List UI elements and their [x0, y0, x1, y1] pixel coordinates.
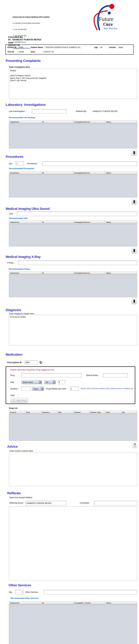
lab-investigation-label: Lab Investingation : — [9, 110, 26, 112]
col-id: ID — [41, 172, 73, 175]
other-services-qty-label: Qty : — [9, 591, 13, 593]
advice-textarea[interactable] — [9, 452, 137, 486]
special-notes-input[interactable] — [103, 373, 128, 377]
procedures-row: Qty : Procedures : — [9, 161, 137, 166]
svg-text:c: c — [134, 152, 134, 154]
chevron-down-icon: ▼ — [39, 380, 42, 384]
drug-list-delete-button[interactable] — [132, 442, 137, 448]
col-duration-type: Duration Type — [89, 411, 105, 414]
recommended-lab-testings-link[interactable]: Recommended Lab Testings — [9, 116, 35, 119]
consulted-by-label: Consulted By : — [8, 36, 25, 38]
duration-unit-value: Day/s — [32, 388, 41, 390]
logo-blue-dot — [108, 12, 111, 14]
uss-table-header: Department ID Investigation/Service Stat… — [9, 221, 137, 224]
refferal-list-box — [9, 506, 137, 580]
procedures-input[interactable] — [42, 161, 137, 166]
col-id: ID — [41, 272, 73, 275]
heart-icon: ♥ — [106, 23, 108, 26]
plus-circle-icon: + — [12, 399, 16, 402]
other-services-table-header: Department ID Investigation / Service St… — [9, 602, 137, 605]
lab-table-body — [9, 124, 137, 148]
other-services-row: Qty : Other Services : — [9, 590, 137, 595]
duration-label: Duration : — [10, 388, 19, 390]
consultant-input[interactable] — [94, 501, 137, 506]
lab-investigation-input[interactable] — [32, 109, 67, 114]
procedures-table-body — [9, 175, 137, 197]
company-title: Future Care by Future Holdings (Pty) Lim… — [13, 16, 49, 18]
logo-word-future: Future — [99, 16, 114, 22]
per-meal-label: Drugs/Tablets per meal : — [46, 388, 67, 390]
col-note: Note — [105, 411, 121, 414]
procedures-delete-button[interactable]: c — [132, 198, 137, 205]
recommended-procedures-link[interactable]: Recommended Procedures — [9, 167, 34, 170]
consultation-page: Future Care by Future Holdings (Pty) Lim… — [0, 0, 139, 644]
trash-icon: c — [133, 200, 136, 203]
procedures-qty-label: Qty : — [9, 162, 13, 165]
col-investigation-service: Investigation / Service — [73, 602, 105, 605]
recommended-xrays-link[interactable]: Recommended X-Rays — [9, 268, 30, 270]
visit-id-field: Visit ID : 14386 — [8, 51, 24, 53]
frequency-select[interactable]: OD ▼ — [44, 380, 56, 384]
add-drug-panel: Please select the Drug from Drug suggess… — [6, 366, 135, 404]
patient-name-field: Patient Name : TRISTAN JOSEPH PHILIP JUM… — [31, 46, 82, 48]
lab-table-header: Department ID Investigation/Service Stat… — [9, 120, 137, 124]
col-investigation-service: Investigation/Service — [73, 172, 105, 175]
col-status: Status — [105, 272, 137, 275]
refferals-sublabel: Select the needed Refferal — [9, 496, 32, 498]
uss-input[interactable] — [17, 212, 137, 216]
uss-table-body — [9, 224, 137, 246]
company-phone-1: T: +24 82 593 593 — [13, 28, 49, 30]
col-department: Department — [9, 221, 41, 224]
col-drug: Drug — [25, 411, 41, 414]
referred-by-label: Reffered By : — [76, 110, 87, 112]
other-services-qty-input[interactable] — [15, 590, 24, 594]
lab-delete-button[interactable]: c — [132, 150, 137, 156]
patient-gender-field: Gender : Male — [109, 46, 123, 48]
xray-heading: Medical Imaging X-Ray — [6, 255, 40, 259]
logo-red-dot — [109, 4, 114, 9]
refresh-icon[interactable]: ↻ — [39, 361, 42, 364]
referring-doctor-input[interactable] — [26, 501, 66, 506]
col-qty: Qty — [121, 411, 137, 414]
col-id: ID — [41, 602, 73, 605]
recommended-uss-link[interactable]: Recommended USS — [9, 217, 28, 219]
uss-row: USS : — [9, 212, 137, 216]
trash-icon: c — [133, 300, 136, 303]
company-address: Le Chainter,Victoria,Mahe,Seychelles — [13, 22, 49, 24]
other-services-table: Department ID Investigation / Service St… — [9, 601, 137, 644]
recommended-other-services-link[interactable]: Recommended Other Services — [10, 597, 39, 599]
procedures-heading: Procedures — [6, 155, 23, 159]
complaints-textarea[interactable]: Review Urine Full Report- Normal Hep B, … — [9, 69, 137, 99]
trash-icon: c — [133, 151, 136, 154]
prescription-id-input[interactable] — [25, 360, 37, 364]
col-status: Status — [105, 602, 137, 605]
meal-time-select[interactable]: Before Meal ▼ — [21, 380, 42, 384]
svg-text:c: c — [134, 301, 134, 302]
per-meal-input[interactable] — [70, 387, 78, 391]
prescription-id-label: Prescription ID : — [7, 361, 23, 364]
diagnosis-textarea[interactable]: Fit for go for studies — [9, 315, 137, 345]
referred-by-value: HANECKY FUENTE REYES — [93, 110, 118, 112]
uss-delete-button[interactable]: c — [132, 247, 137, 254]
xray-delete-button[interactable]: c — [132, 298, 137, 304]
drug-input[interactable] — [21, 373, 82, 377]
way-label: Way : — [10, 381, 18, 383]
procedures-qty-input[interactable] — [16, 161, 24, 166]
patient-info-box: Patient ID : 4585 Patient Name : TRISTAN… — [6, 44, 134, 54]
drug-list-table: Drug ID Drug Fequency Way Duration Durat… — [9, 410, 137, 441]
prescription-row: Prescription ID : ↻ — [7, 360, 67, 364]
xray-input[interactable] — [18, 260, 137, 265]
duration-unit-select[interactable]: Day/s ▼ — [32, 387, 44, 391]
col-status: Status — [105, 172, 137, 175]
lab-testings-table: Department ID Investigation/Service Stat… — [9, 120, 137, 148]
uss-label: USS : — [9, 212, 14, 215]
other-services-heading: Other Services — [8, 583, 31, 587]
drug-table-header: Drug ID Drug Fequency Way Duration Durat… — [9, 411, 137, 414]
other-services-input[interactable] — [44, 590, 137, 594]
add-drug-button[interactable]: + Add Drug — [10, 398, 28, 403]
col-drug-id: Drug ID — [9, 411, 25, 414]
duration-input[interactable] — [21, 387, 31, 391]
way-qty-input[interactable] — [58, 380, 65, 384]
col-status: Status — [105, 221, 137, 224]
col-way: Way — [57, 411, 73, 414]
